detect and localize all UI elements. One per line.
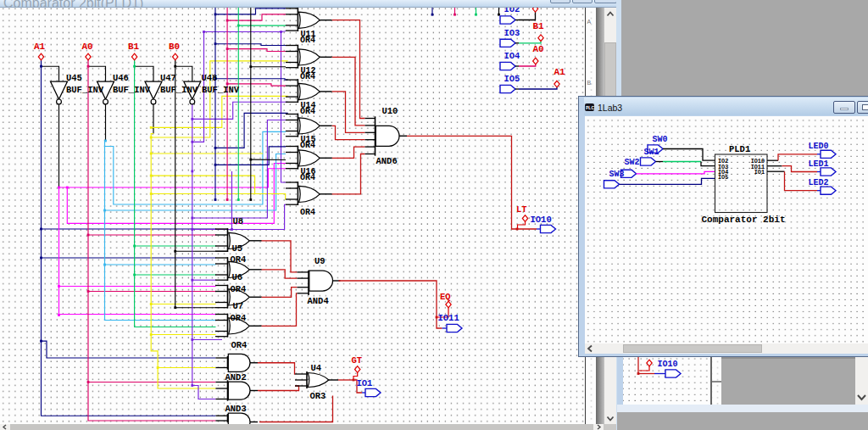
svg-text:IO1: IO1 (754, 168, 765, 175)
svg-text:IO11: IO11 (438, 313, 459, 323)
svg-text:IO1: IO1 (357, 378, 373, 388)
svg-text:U45: U45 (66, 73, 82, 83)
svg-text:OR4: OR4 (231, 312, 247, 322)
svg-text:U9: U9 (314, 255, 326, 265)
svg-text:LT: LT (516, 204, 527, 215)
svg-text:OR3: OR3 (310, 391, 326, 401)
svg-text:OR4: OR4 (300, 72, 315, 81)
svg-text:U5: U5 (232, 243, 243, 253)
svg-text:GT: GT (352, 355, 363, 366)
svg-text:BUF_INV: BUF_INV (66, 85, 104, 95)
svg-text:LED0: LED0 (809, 141, 829, 150)
svg-text:BUF_INV: BUF_INV (160, 85, 198, 95)
svg-text:SW1: SW1 (644, 147, 659, 156)
svg-text:IO2: IO2 (504, 8, 520, 14)
svg-text:U48: U48 (202, 73, 218, 83)
svg-text:AND2: AND2 (225, 372, 247, 383)
svg-text:IO3: IO3 (504, 27, 520, 37)
svg-text:B1: B1 (533, 20, 545, 31)
svg-text:AND6: AND6 (376, 156, 398, 166)
svg-text:BUF_INV: BUF_INV (113, 85, 151, 95)
svg-text:LED2: LED2 (809, 177, 829, 187)
svg-text:Comparator 2bit: Comparator 2bit (702, 214, 786, 224)
svg-text:OR4: OR4 (231, 340, 248, 350)
svg-text:U47: U47 (160, 73, 176, 83)
svg-text:EQ: EQ (440, 291, 451, 301)
svg-text:A1: A1 (34, 42, 46, 52)
svg-text:OR4: OR4 (231, 284, 247, 294)
svg-text:U10: U10 (382, 105, 398, 115)
svg-text:OR4: OR4 (300, 173, 315, 182)
svg-text:OR4: OR4 (300, 35, 315, 44)
svg-text:U4: U4 (311, 362, 322, 372)
svg-text:AND3: AND3 (225, 404, 247, 414)
svg-text:IO10: IO10 (658, 359, 678, 368)
svg-text:SW3: SW3 (609, 170, 625, 179)
svg-text:AND4: AND4 (308, 295, 329, 305)
svg-text:BUF_INV: BUF_INV (202, 85, 240, 95)
svg-text:OR4: OR4 (231, 254, 247, 265)
svg-text:A0: A0 (533, 43, 544, 53)
svg-text:B1: B1 (128, 42, 140, 52)
svg-text:OR4: OR4 (300, 141, 315, 150)
svg-text:IO5: IO5 (504, 73, 520, 83)
svg-text:B0: B0 (169, 42, 180, 52)
svg-text:PLD1: PLD1 (729, 144, 750, 154)
svg-text:A1: A1 (554, 67, 566, 77)
svg-text:U7: U7 (233, 300, 244, 310)
svg-text:U8: U8 (233, 215, 244, 226)
svg-text:OR4: OR4 (300, 106, 315, 115)
svg-text:LED1: LED1 (809, 159, 829, 169)
svg-text:U46: U46 (113, 73, 129, 83)
svg-text:U6: U6 (232, 272, 243, 282)
svg-text:IO5: IO5 (718, 174, 728, 181)
svg-text:IO10: IO10 (531, 215, 552, 225)
svg-text:SW0: SW0 (653, 135, 668, 144)
svg-text:IO4: IO4 (504, 50, 520, 60)
svg-text:A0: A0 (82, 42, 93, 52)
svg-text:SW2: SW2 (625, 158, 640, 167)
svg-text:OR4: OR4 (300, 207, 315, 216)
